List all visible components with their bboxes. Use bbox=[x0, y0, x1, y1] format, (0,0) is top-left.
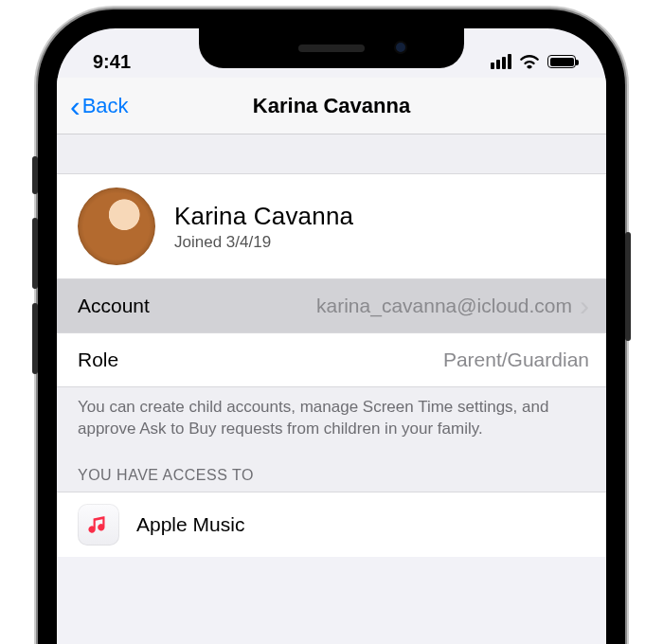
role-description: You can create child accounts, manage Sc… bbox=[57, 386, 606, 444]
volume-down-button bbox=[32, 303, 38, 374]
front-camera bbox=[394, 41, 407, 54]
volume-up-button bbox=[32, 218, 38, 289]
nav-bar: ‹ Back Karina Cavanna bbox=[57, 78, 606, 134]
account-row[interactable]: Account karina_cavanna@icloud.com › bbox=[57, 278, 606, 332]
back-label: Back bbox=[82, 94, 129, 118]
access-item-apple-music[interactable]: Apple Music bbox=[57, 492, 606, 557]
content: Karina Cavanna Joined 3/4/19 Account kar… bbox=[57, 134, 606, 557]
avatar bbox=[78, 188, 155, 265]
screen: 9:41 ‹ Back Karina Cavanna bbox=[57, 28, 606, 644]
phone-frame: 9:41 ‹ Back Karina Cavanna bbox=[38, 9, 625, 644]
role-value: Parent/Guardian bbox=[443, 349, 589, 371]
battery-icon bbox=[547, 55, 576, 68]
account-label: Account bbox=[78, 295, 150, 317]
role-label: Role bbox=[78, 349, 118, 371]
mute-switch bbox=[32, 156, 38, 194]
notch bbox=[199, 28, 464, 68]
profile-name: Karina Cavanna bbox=[174, 202, 353, 231]
cellular-signal-icon bbox=[491, 54, 511, 69]
profile-header: Karina Cavanna Joined 3/4/19 bbox=[57, 174, 606, 278]
wifi-icon bbox=[519, 54, 540, 69]
page-title: Karina Cavanna bbox=[253, 94, 410, 118]
access-item-label: Apple Music bbox=[136, 513, 244, 536]
music-app-icon bbox=[78, 504, 119, 546]
status-time: 9:41 bbox=[93, 51, 131, 73]
access-section-header: You Have Access To bbox=[57, 444, 606, 492]
back-button[interactable]: ‹ Back bbox=[70, 94, 129, 118]
earpiece-speaker bbox=[298, 45, 365, 52]
side-button bbox=[625, 232, 631, 341]
profile-joined: Joined 3/4/19 bbox=[174, 233, 353, 252]
role-row[interactable]: Role Parent/Guardian bbox=[57, 332, 606, 386]
account-value: karina_cavanna@icloud.com bbox=[316, 295, 572, 317]
